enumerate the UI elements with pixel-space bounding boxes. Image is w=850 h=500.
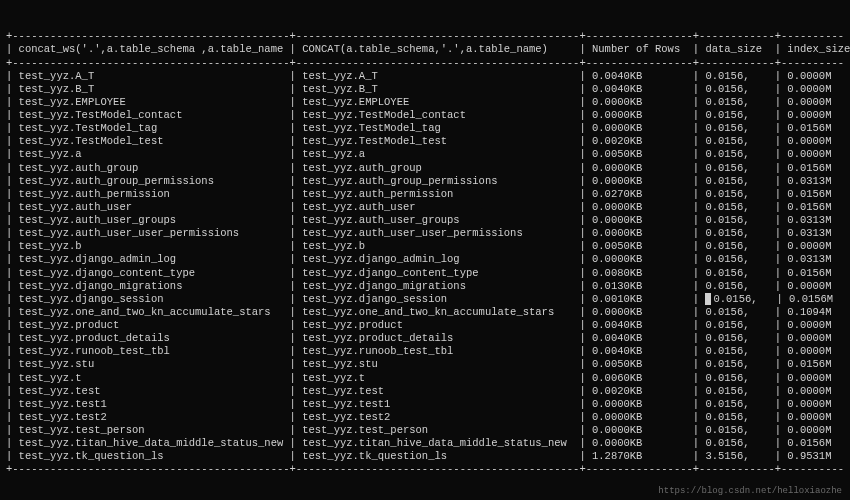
table-row: | test_yyz.B_T | test_yyz.B_T | 0.0040KB… [6, 83, 844, 96]
table-row: | test_yyz.product_details | test_yyz.pr… [6, 332, 844, 345]
table-row: | test_yyz.a | test_yyz.a | 0.0050KB | 0… [6, 148, 844, 161]
table-row: | test_yyz.auth_permission | test_yyz.au… [6, 188, 844, 201]
terminal-output: +---------------------------------------… [0, 0, 850, 500]
table-row: | test_yyz.test1 | test_yyz.test1 | 0.00… [6, 398, 844, 411]
table-row: | test_yyz.django_session | test_yyz.dja… [6, 293, 844, 306]
result-table: +---------------------------------------… [6, 30, 844, 476]
table-row: | test_yyz.auth_user_user_permissions | … [6, 227, 844, 240]
table-row: | test_yyz.runoob_test_tbl | test_yyz.ru… [6, 345, 844, 358]
table-row: | test_yyz.test_person | test_yyz.test_p… [6, 424, 844, 437]
table-row: | test_yyz.test2 | test_yyz.test2 | 0.00… [6, 411, 844, 424]
table-row: | test_yyz.auth_group_permissions | test… [6, 175, 844, 188]
table-row: | test_yyz.django_migrations | test_yyz.… [6, 280, 844, 293]
table-row: | test_yyz.t | test_yyz.t | 0.0060KB | 0… [6, 372, 844, 385]
table-row: | test_yyz.b | test_yyz.b | 0.0050KB | 0… [6, 240, 844, 253]
table-row: | test_yyz.TestModel_tag | test_yyz.Test… [6, 122, 844, 135]
table-row: | test_yyz.auth_user_groups | test_yyz.a… [6, 214, 844, 227]
source-watermark: https://blog.csdn.net/helloxiaozhe [658, 486, 842, 497]
table-separator: +---------------------------------------… [6, 30, 844, 43]
table-row: | test_yyz.one_and_two_kn_accumulate_sta… [6, 306, 844, 319]
table-row: | test_yyz.auth_group | test_yyz.auth_gr… [6, 162, 844, 175]
table-row: | test_yyz.TestModel_test | test_yyz.Tes… [6, 135, 844, 148]
table-row: | test_yyz.titan_hive_data_middle_status… [6, 437, 844, 450]
table-row: | test_yyz.test | test_yyz.test | 0.0020… [6, 385, 844, 398]
table-row: | test_yyz.django_admin_log | test_yyz.d… [6, 253, 844, 266]
table-row: | test_yyz.django_content_type | test_yy… [6, 267, 844, 280]
table-header-row: | concat_ws('.',a.table_schema ,a.table_… [6, 43, 844, 56]
text-cursor [705, 293, 711, 305]
table-row: | test_yyz.product | test_yyz.product | … [6, 319, 844, 332]
table-row: | test_yyz.EMPLOYEE | test_yyz.EMPLOYEE … [6, 96, 844, 109]
table-row: | test_yyz.tk_question_ls | test_yyz.tk_… [6, 450, 844, 463]
table-row: | test_yyz.TestModel_contact | test_yyz.… [6, 109, 844, 122]
table-row: | test_yyz.auth_user | test_yyz.auth_use… [6, 201, 844, 214]
table-separator: +---------------------------------------… [6, 57, 844, 70]
table-row: | test_yyz.stu | test_yyz.stu | 0.0050KB… [6, 358, 844, 371]
table-separator: +---------------------------------------… [6, 463, 844, 476]
table-row: | test_yyz.A_T | test_yyz.A_T | 0.0040KB… [6, 70, 844, 83]
